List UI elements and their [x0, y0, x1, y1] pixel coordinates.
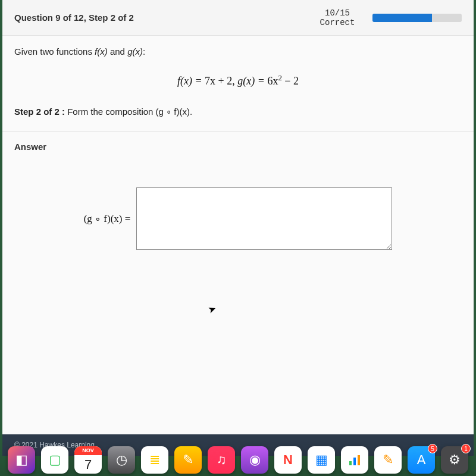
progress-bar [372, 14, 462, 22]
dock-facetime[interactable]: ▢ [41, 446, 68, 474]
dock-news[interactable]: N [274, 446, 302, 474]
score-numerator: 10/15 [325, 8, 350, 18]
dock-reminders[interactable]: ≣ [141, 446, 168, 474]
dock-pages[interactable]: ✎ [374, 446, 402, 474]
problem-statement: Given two functions f(x) and g(x): f(x) … [2, 36, 474, 132]
dock-app-4[interactable]: ◷ [108, 446, 135, 474]
score-box: 10/15 Correct [311, 8, 364, 27]
question-header: Question 9 of 12, Step 2 of 2 10/15 Corr… [2, 0, 474, 36]
svg-rect-1 [353, 458, 356, 465]
dock-calendar[interactable]: NOV 7 [74, 446, 102, 474]
progress-fill [372, 14, 432, 22]
composition-input[interactable] [136, 187, 392, 250]
app-window: Question 9 of 12, Step 2 of 2 10/15 Corr… [2, 0, 474, 434]
dock: ◧ ▢ NOV 7 ◷ ≣ ✎ ♫ ◉ N ▦ ✎ A5 ⚙1 [0, 439, 476, 476]
given-line: Given two functions f(x) and g(x): [14, 46, 462, 57]
gx-name: g(x) [127, 46, 143, 57]
fx-name: f(x) [95, 46, 108, 57]
dock-app-1[interactable]: ◧ [8, 446, 35, 474]
dock-appstore[interactable]: A5 [408, 446, 435, 474]
question-label: Question 9 of 12, Step 2 of 2 [14, 12, 311, 23]
svg-rect-2 [358, 455, 360, 465]
content-area: Given two functions f(x) and g(x): f(x) … [2, 36, 474, 434]
dock-numbers[interactable] [341, 446, 368, 474]
appstore-badge: 5 [428, 444, 437, 453]
dock-notes[interactable]: ✎ [174, 446, 202, 474]
dock-settings[interactable]: ⚙1 [441, 446, 468, 474]
score-correct-label: Correct [320, 18, 355, 27]
dock-music[interactable]: ♫ [208, 446, 235, 474]
dock-keynote[interactable]: ▦ [308, 446, 335, 474]
answer-section: Answer (g ∘ f)(x) = [2, 132, 474, 268]
answer-prefix: (g ∘ f)(x) = [84, 212, 131, 225]
equation-line: f(x) = 7x + 2, g(x) = 6x2 − 2 [14, 73, 462, 87]
step-bold: Step 2 of 2 : [14, 107, 65, 117]
answer-heading: Answer [14, 142, 462, 152]
dock-podcasts[interactable]: ◉ [241, 446, 268, 474]
answer-row: (g ∘ f)(x) = [14, 187, 462, 250]
step-line: Step 2 of 2 : Form the composition (g ∘ … [14, 107, 462, 117]
settings-badge: 1 [461, 444, 471, 453]
svg-rect-0 [349, 461, 352, 465]
